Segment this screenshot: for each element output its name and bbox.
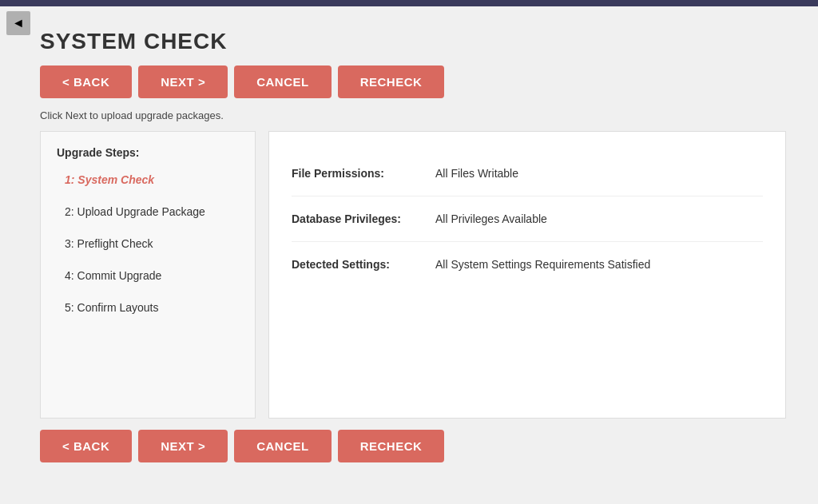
- back-arrow-button[interactable]: ◄: [6, 11, 30, 35]
- check-label-database-privileges: Database Privileges:: [292, 212, 435, 225]
- check-label-file-permissions: File Permissions:: [292, 167, 435, 180]
- back-arrow-icon: ◄: [12, 16, 25, 30]
- next-button-top[interactable]: NEXT >: [138, 65, 228, 98]
- back-button-top[interactable]: < BACK: [40, 65, 132, 98]
- check-value-detected-settings: All System Settings Requirements Satisfi…: [435, 258, 650, 271]
- recheck-button-bottom[interactable]: RECHECK: [338, 430, 445, 462]
- content-area: Upgrade Steps: 1: System Check 2: Upload…: [40, 131, 786, 419]
- top-toolbar: < BACK NEXT > CANCEL RECHECK: [40, 65, 786, 98]
- step-item-4: 4: Commit Upgrade: [57, 269, 239, 282]
- hint-text: Click Next to upload upgrade packages.: [40, 109, 786, 121]
- step-1-label: System Check: [77, 173, 154, 186]
- steps-title: Upgrade Steps:: [57, 146, 239, 159]
- check-row-file-permissions: File Permissions: All Files Writable: [292, 151, 763, 196]
- page-title: SYSTEM CHECK: [40, 29, 786, 54]
- check-value-database-privileges: All Privileges Available: [435, 212, 547, 225]
- step-item-5: 5: Confirm Layouts: [57, 301, 239, 314]
- step-item-2: 2: Upload Upgrade Package: [57, 205, 239, 218]
- check-value-file-permissions: All Files Writable: [435, 167, 518, 180]
- steps-panel: Upgrade Steps: 1: System Check 2: Upload…: [40, 131, 256, 419]
- next-button-bottom[interactable]: NEXT >: [138, 430, 228, 462]
- checks-panel: File Permissions: All Files Writable Dat…: [268, 131, 786, 419]
- step-item-3: 3: Preflight Check: [57, 237, 239, 250]
- back-button-bottom[interactable]: < BACK: [40, 430, 132, 462]
- step-item-1: 1: System Check: [57, 173, 239, 186]
- top-bar: [0, 0, 818, 6]
- cancel-button-bottom[interactable]: CANCEL: [234, 430, 332, 462]
- bottom-toolbar: < BACK NEXT > CANCEL RECHECK: [40, 430, 786, 462]
- cancel-button-top[interactable]: CANCEL: [234, 65, 332, 98]
- check-label-detected-settings: Detected Settings:: [292, 258, 435, 271]
- check-row-detected-settings: Detected Settings: All System Settings R…: [292, 242, 763, 287]
- check-row-database-privileges: Database Privileges: All Privileges Avai…: [292, 196, 763, 242]
- recheck-button-top[interactable]: RECHECK: [338, 65, 445, 98]
